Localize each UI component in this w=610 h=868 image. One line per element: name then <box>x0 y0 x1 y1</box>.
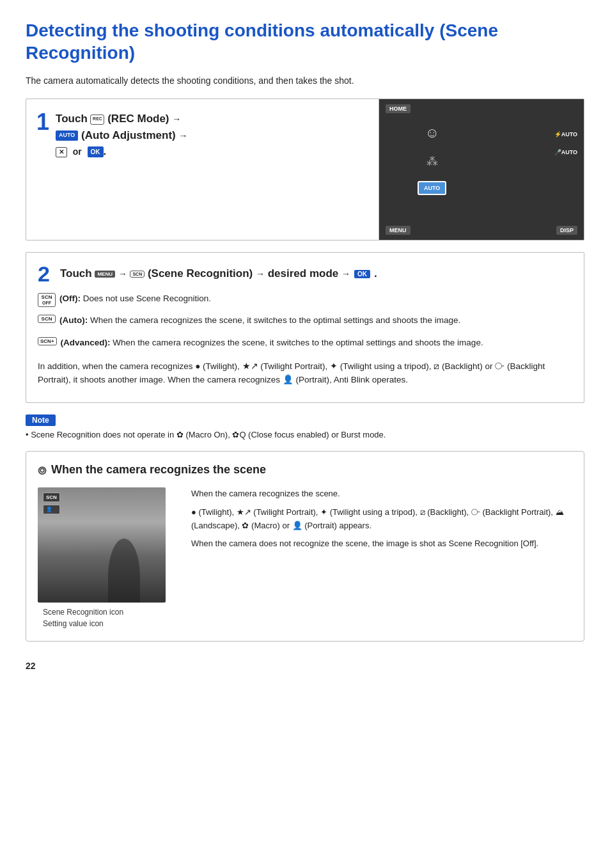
page-title: Detecting the shooting conditions automa… <box>26 19 584 64</box>
person-silhouette <box>108 539 140 603</box>
person-overlay-badge: 👤 <box>43 505 60 514</box>
note-text: • Scene Recognition does not operate in … <box>26 430 584 439</box>
scn-advanced-line: SCN+ (Advanced): When the camera recogni… <box>38 336 572 354</box>
note-label: Note <box>26 414 56 426</box>
scn-off-badge: SCNOFF <box>38 293 56 307</box>
step1-camera-ui: HOME MENU DISP ⚡AUTO 🎤AUTO ☺ ⁂ AUTO <box>379 99 584 240</box>
scene-recognition-title-text: When the camera recognizes the scene <box>51 463 266 477</box>
scene-recognition-info-box: ⌾ When the camera recognizes the scene S… <box>26 451 584 642</box>
scene-right-text-3: When the camera does not recognize the s… <box>191 537 572 551</box>
step2-box: 2 Touch MENU → SCN (Scene Recognition) →… <box>26 252 584 403</box>
step2-body: SCNOFF (Off): Does not use Scene Recogni… <box>38 292 572 387</box>
scene-content: SCN 👤 Scene Recognition icon Setting val… <box>38 487 572 631</box>
mic-auto-label: 🎤AUTO <box>554 149 577 155</box>
scene-recognition-title: ⌾ When the camera recognizes the scene <box>38 462 572 478</box>
step1-number: 1 <box>36 111 49 134</box>
step1-instructions: 1 Touch REC (REC Mode) → AUTO (Auto Adju… <box>26 99 379 240</box>
scn-auto-text: (Auto): When the camera recognizes the s… <box>59 314 460 327</box>
scene-photo-overlay: SCN 👤 <box>43 493 60 514</box>
scn-off-text: (Off): Does not use Scene Recognition. <box>59 292 211 305</box>
auto-cam-button: AUTO <box>418 181 446 195</box>
scene-labels: Scene Recognition icon Setting value ico… <box>38 608 178 628</box>
scn-icon-step2: SCN <box>130 271 145 278</box>
smiley-icon: ☺ <box>425 125 439 141</box>
ok-icon-step1: OK <box>88 146 104 157</box>
step2-header-text: Touch MENU → SCN (Scene Recognition) → d… <box>60 267 350 280</box>
setting-value-icon-label: Setting value icon <box>43 619 178 628</box>
scn-auto-line: SCN (Auto): When the camera recognizes t… <box>38 314 572 332</box>
camera-screen: HOME MENU DISP ⚡AUTO 🎤AUTO ☺ ⁂ AUTO <box>379 99 584 240</box>
scene-title-icon: ⌾ <box>38 462 46 478</box>
scene-cam-icon: ⁂ <box>426 154 438 168</box>
page-number: 22 <box>26 661 584 671</box>
or-text: or <box>73 146 82 157</box>
home-button: HOME <box>386 104 411 113</box>
step1-text: Touch REC (REC Mode) → AUTO (Auto Adjust… <box>56 111 368 160</box>
ok-icon-step2: OK <box>354 270 370 278</box>
scn-auto-badge: SCN <box>38 315 56 323</box>
scene-right-text: When the camera recognizes the scene. ● … <box>191 487 572 631</box>
scene-right-text-2: ● (Twilight), ★↗ (Twilight Portrait), ✦ … <box>191 506 572 533</box>
scn-advanced-text: (Advanced): When the camera recognizes t… <box>61 336 483 349</box>
step2-number: 2 <box>38 263 50 285</box>
intro-text: The camera automatically detects the sho… <box>26 75 584 86</box>
camera-center-icons: ☺ ⁂ AUTO <box>418 125 446 195</box>
x-icon: ✕ <box>56 147 67 157</box>
flash-auto-label: ⚡AUTO <box>554 131 577 138</box>
scn-advanced-badge: SCN+ <box>38 337 57 345</box>
camera-right-icons: ⚡AUTO 🎤AUTO <box>554 131 577 155</box>
scn-overlay-badge: SCN <box>43 493 60 502</box>
scn-off-line: SCNOFF (Off): Does not use Scene Recogni… <box>38 292 572 310</box>
step2-header: 2 Touch MENU → SCN (Scene Recognition) →… <box>38 263 572 285</box>
rec-mode-icon: REC <box>90 114 104 125</box>
menu-button-cam: MENU <box>386 226 411 235</box>
step1-box: 1 Touch REC (REC Mode) → AUTO (Auto Adju… <box>26 99 584 241</box>
scene-image-area: SCN 👤 Scene Recognition icon Setting val… <box>38 487 178 631</box>
scene-photo: SCN 👤 <box>38 487 166 603</box>
additional-info: In addition, when the camera recognizes … <box>38 359 572 387</box>
auto-adjustment-icon: AUTO <box>56 130 78 141</box>
note-box: Note • Scene Recognition does not operat… <box>26 414 584 439</box>
menu-icon-step2: MENU <box>95 271 115 278</box>
scene-right-text-1: When the camera recognizes the scene. <box>191 487 572 501</box>
disp-button: DISP <box>556 226 577 235</box>
scene-recognition-icon-label: Scene Recognition icon <box>43 608 178 617</box>
